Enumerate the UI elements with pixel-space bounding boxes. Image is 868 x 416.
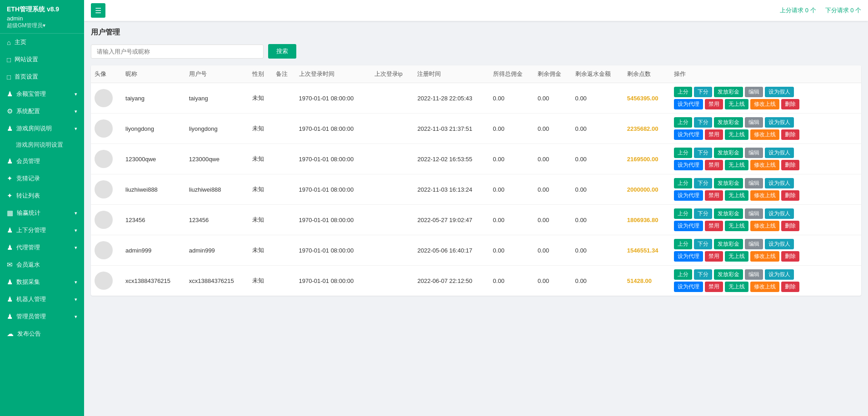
search-button[interactable]: 搜索 [268, 44, 296, 59]
btn-disable-5[interactable]: 禁用 [705, 251, 723, 262]
sidebar-toggle-button[interactable]: ☰ [91, 3, 105, 18]
btn-edit-6[interactable]: 编辑 [745, 269, 763, 280]
avatar [95, 241, 113, 259]
btn-disable-3[interactable]: 禁用 [705, 190, 723, 201]
cell-gender-4: 未知 [249, 205, 272, 235]
btn-give-lottery-0[interactable]: 发放彩金 [714, 87, 743, 97]
btn-set-agent-2[interactable]: 设为代理 [674, 160, 703, 170]
btn-delete-6[interactable]: 删除 [781, 282, 799, 292]
request-up-link[interactable]: 上分请求 0 个 [780, 6, 816, 15]
btn-up-6[interactable]: 上分 [674, 269, 692, 280]
btn-disable-6[interactable]: 禁用 [705, 282, 723, 292]
sidebar-item-chart-stats[interactable]: ▦ 输赢统计 ▾ [0, 204, 84, 222]
btn-up-2[interactable]: 上分 [674, 148, 692, 158]
arrow-icon-updown-mgmt: ▾ [75, 228, 77, 233]
btn-disable-2[interactable]: 禁用 [705, 160, 723, 170]
btn-down-2[interactable]: 下分 [694, 148, 712, 158]
btn-disable-1[interactable]: 禁用 [705, 129, 723, 140]
sidebar-item-updown-mgmt[interactable]: ♟ 上下分管理 ▾ [0, 222, 84, 239]
btn-set-agent-5[interactable]: 设为代理 [674, 251, 703, 262]
sidebar-item-site-settings[interactable]: □ 网站设置 [0, 51, 84, 68]
sidebar-item-member-return[interactable]: ✉ 会员返水 [0, 256, 84, 273]
btn-offline-6[interactable]: 无上线 [725, 282, 748, 292]
btn-disable-4[interactable]: 禁用 [705, 221, 723, 231]
user-table: 头像昵称用户号性别备注上次登录时间上次登录ip注册时间所得总佣金剩余佣金剩余返水… [91, 65, 861, 296]
btn-set-agent-3[interactable]: 设为代理 [674, 190, 703, 201]
btn-set-fake-4[interactable]: 设为假人 [765, 208, 794, 219]
btn-up-4[interactable]: 上分 [674, 208, 692, 219]
btn-set-fake-6[interactable]: 设为假人 [765, 269, 794, 280]
btn-modify-online-4[interactable]: 修改上线 [750, 221, 779, 231]
btn-set-agent-0[interactable]: 设为代理 [674, 99, 703, 109]
btn-give-lottery-4[interactable]: 发放彩金 [714, 208, 743, 219]
sidebar-item-transfer-list[interactable]: ✦ 转让列表 [0, 187, 84, 204]
sidebar-item-home[interactable]: ⌂ 主页 [0, 34, 84, 51]
btn-down-5[interactable]: 下分 [694, 239, 712, 249]
request-down-link[interactable]: 下分请求 0 个 [825, 6, 861, 15]
btn-delete-4[interactable]: 删除 [781, 221, 799, 231]
btn-delete-2[interactable]: 删除 [781, 160, 799, 170]
sidebar-item-admin-mgmt[interactable]: ♟ 管理员管理 ▾ [0, 308, 84, 325]
btn-offline-3[interactable]: 无上线 [725, 190, 748, 201]
sidebar-item-balance-mgmt[interactable]: ♟ 余额宝管理 ▾ [0, 85, 84, 103]
btn-modify-online-3[interactable]: 修改上线 [750, 190, 779, 201]
btn-up-1[interactable]: 上分 [674, 117, 692, 128]
btn-edit-2[interactable]: 编辑 [745, 148, 763, 158]
btn-delete-1[interactable]: 删除 [781, 129, 799, 140]
sidebar-item-robot-mgmt[interactable]: ♟ 机器人管理 ▾ [0, 291, 84, 308]
btn-give-lottery-2[interactable]: 发放彩金 [714, 148, 743, 158]
btn-set-fake-3[interactable]: 设为假人 [765, 178, 794, 188]
sidebar-item-game-room-desc[interactable]: ♟ 游戏房间说明 ▾ [0, 120, 84, 137]
btn-edit-0[interactable]: 编辑 [745, 87, 763, 97]
btn-set-agent-4[interactable]: 设为代理 [674, 221, 703, 231]
sidebar-item-data-collect[interactable]: ♟ 数据采集 ▾ [0, 273, 84, 291]
btn-modify-online-5[interactable]: 修改上线 [750, 251, 779, 262]
btn-modify-online-0[interactable]: 修改上线 [750, 99, 779, 109]
btn-down-6[interactable]: 下分 [694, 269, 712, 280]
btn-set-agent-6[interactable]: 设为代理 [674, 282, 703, 292]
btn-disable-0[interactable]: 禁用 [705, 99, 723, 109]
btn-down-0[interactable]: 下分 [694, 87, 712, 97]
btn-delete-5[interactable]: 删除 [781, 251, 799, 262]
btn-up-5[interactable]: 上分 [674, 239, 692, 249]
btn-set-fake-1[interactable]: 设为假人 [765, 117, 794, 128]
btn-set-fake-0[interactable]: 设为假人 [765, 87, 794, 97]
btn-set-fake-2[interactable]: 设为假人 [765, 148, 794, 158]
btn-give-lottery-1[interactable]: 发放彩金 [714, 117, 743, 128]
search-input[interactable] [91, 45, 264, 59]
sidebar-item-member-mgmt[interactable]: ♟ 会员管理 [0, 153, 84, 170]
btn-up-3[interactable]: 上分 [674, 178, 692, 188]
chart-stats-icon: ▦ [7, 209, 13, 217]
btn-edit-3[interactable]: 编辑 [745, 178, 763, 188]
sidebar-sub-item-游戏房间说明设置[interactable]: 游戏房间说明设置 [0, 137, 84, 153]
sidebar-item-announce[interactable]: ☁ 发布公告 [0, 325, 84, 342]
btn-edit-5[interactable]: 编辑 [745, 239, 763, 249]
btn-edit-1[interactable]: 编辑 [745, 117, 763, 128]
btn-offline-2[interactable]: 无上线 [725, 160, 748, 170]
sidebar-item-race-records[interactable]: ✦ 竞猜记录 [0, 170, 84, 187]
cell-register_time-4: 2022-05-27 19:02:47 [414, 205, 489, 235]
btn-set-agent-1[interactable]: 设为代理 [674, 129, 703, 140]
btn-offline-0[interactable]: 无上线 [725, 99, 748, 109]
sidebar-item-home-settings[interactable]: □ 首页设置 [0, 68, 84, 85]
btn-offline-1[interactable]: 无上线 [725, 129, 748, 140]
btn-down-3[interactable]: 下分 [694, 178, 712, 188]
btn-modify-online-1[interactable]: 修改上线 [750, 129, 779, 140]
btn-up-0[interactable]: 上分 [674, 87, 692, 97]
btn-delete-0[interactable]: 删除 [781, 99, 799, 109]
sidebar-item-sys-config[interactable]: ⚙ 系统配置 ▾ [0, 103, 84, 120]
btn-down-4[interactable]: 下分 [694, 208, 712, 219]
sidebar-label-site-settings: 网站设置 [15, 55, 38, 64]
btn-give-lottery-5[interactable]: 发放彩金 [714, 239, 743, 249]
btn-delete-3[interactable]: 删除 [781, 190, 799, 201]
btn-give-lottery-3[interactable]: 发放彩金 [714, 178, 743, 188]
btn-set-fake-5[interactable]: 设为假人 [765, 239, 794, 249]
btn-modify-online-2[interactable]: 修改上线 [750, 160, 779, 170]
btn-modify-online-6[interactable]: 修改上线 [750, 282, 779, 292]
btn-give-lottery-6[interactable]: 发放彩金 [714, 269, 743, 280]
btn-offline-4[interactable]: 无上线 [725, 221, 748, 231]
btn-down-1[interactable]: 下分 [694, 117, 712, 128]
btn-edit-4[interactable]: 编辑 [745, 208, 763, 219]
btn-offline-5[interactable]: 无上线 [725, 251, 748, 262]
sidebar-item-agent-mgmt[interactable]: ♟ 代理管理 ▾ [0, 239, 84, 256]
